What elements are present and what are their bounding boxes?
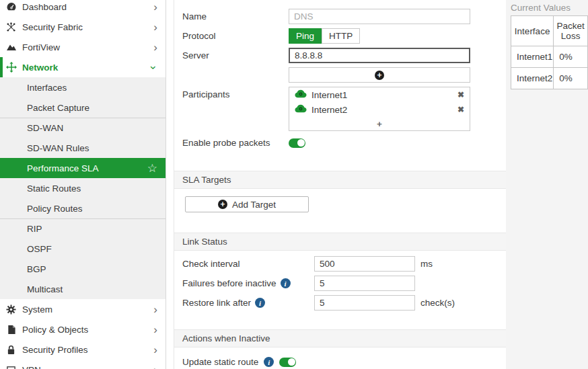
check-interval-row: Check interval ms	[182, 256, 506, 272]
chevron-right-icon: ›	[153, 344, 160, 356]
participants-list: Internet1 ✖ Internet2 ✖ +	[289, 87, 470, 131]
update-static-route-row: Update static route i	[182, 354, 506, 369]
link-status-section-header: Link Status	[174, 233, 506, 251]
favorite-star-icon[interactable]: ☆	[147, 161, 160, 175]
name-row: Name	[182, 9, 506, 24]
chevron-down-icon: ›	[149, 65, 160, 69]
dashboard-icon	[5, 1, 17, 13]
network-icon	[5, 62, 17, 73]
participants-row: Participants Internet1 ✖ Internet2 ✖ +	[182, 87, 506, 131]
sidebar-item-fortiview[interactable]: FortiView ›	[0, 37, 166, 57]
info-icon[interactable]: i	[264, 357, 274, 367]
sidebar-item-label: FortiView	[22, 42, 153, 52]
performance-sla-form: Name Protocol Ping HTTP Server + Partici…	[174, 0, 506, 369]
sidebar-item-performance-sla[interactable]: Performance SLA ☆	[0, 158, 166, 178]
check-interval-label: Check interval	[182, 259, 314, 269]
chevron-right-icon: ›	[153, 304, 160, 315]
server-row: Server	[182, 48, 506, 63]
participants-label: Participants	[182, 87, 289, 99]
sidebar-item-label: Network	[22, 63, 152, 73]
participant-item: Internet1 ✖	[289, 87, 470, 102]
protocol-row: Protocol Ping HTTP	[182, 28, 506, 44]
protocol-label: Protocol	[182, 31, 289, 41]
actions-when-inactive-section-header: Actions when Inactive	[174, 329, 506, 347]
update-static-route-label: Update static route	[182, 357, 258, 367]
enable-probe-toggle[interactable]	[289, 138, 305, 148]
restore-unit: check(s)	[420, 298, 455, 308]
sidebar: Dashboard › Security Fabric › FortiView …	[0, 0, 166, 369]
plus-circle-icon: +	[218, 200, 227, 209]
table-header-row: Interface Packet Loss	[511, 16, 588, 46]
protocol-segmented-control: Ping HTTP	[289, 28, 360, 44]
sidebar-item-policy-routes[interactable]: Policy Routes	[0, 198, 166, 218]
current-values-panel: Current Values Interface Packet Loss Int…	[506, 0, 588, 369]
failures-before-inactive-row: Failures before inactive i	[182, 276, 506, 291]
table-row: Internet1 0%	[511, 46, 588, 68]
failures-input[interactable]	[314, 276, 415, 291]
chevron-right-icon: ›	[153, 364, 160, 369]
update-static-route-toggle[interactable]	[279, 358, 296, 367]
info-icon[interactable]: i	[281, 278, 291, 288]
remove-participant-icon[interactable]: ✖	[457, 90, 464, 99]
chevron-right-icon: ›	[153, 42, 160, 53]
server-label: Server	[182, 50, 289, 60]
chevron-right-icon: ›	[153, 22, 160, 33]
add-server-button[interactable]: +	[289, 67, 470, 83]
lock-icon	[5, 344, 17, 356]
sidebar-item-sd-wan[interactable]: SD-WAN	[0, 118, 166, 138]
sidebar-item-interfaces[interactable]: Interfaces	[0, 77, 166, 97]
sidebar-item-static-routes[interactable]: Static Routes	[0, 178, 166, 198]
sidebar-item-security-fabric[interactable]: Security Fabric ›	[0, 17, 166, 37]
sidebar-item-system[interactable]: System ›	[0, 299, 166, 319]
name-input[interactable]	[289, 9, 470, 24]
protocol-ping-button[interactable]: Ping	[289, 28, 322, 44]
sidebar-item-sd-wan-rules[interactable]: SD-WAN Rules	[0, 138, 166, 158]
restore-link-after-row: Restore link after i check(s)	[182, 295, 506, 311]
gear-icon	[5, 304, 17, 315]
sidebar-item-label: Dashboard	[22, 2, 153, 12]
plus-circle-icon: +	[375, 71, 384, 80]
add-target-button[interactable]: + Add Target	[185, 196, 309, 212]
sidebar-item-multicast[interactable]: Multicast	[0, 279, 166, 299]
server-input[interactable]	[289, 48, 470, 63]
enable-probe-label: Enable probe packets	[182, 138, 289, 148]
info-icon[interactable]: i	[255, 298, 265, 308]
participant-item: Internet2 ✖	[289, 102, 470, 117]
sla-targets-section-header: SLA Targets	[174, 171, 506, 189]
chevron-right-icon: ›	[153, 324, 160, 335]
sidebar-item-label: Security Fabric	[22, 22, 153, 32]
check-interval-unit: ms	[420, 259, 433, 269]
sidebar-item-security-profiles[interactable]: Security Profiles ›	[0, 339, 166, 360]
column-header-packet-loss: Packet Loss	[554, 16, 588, 46]
sidebar-item-network[interactable]: Network ›	[0, 57, 166, 77]
check-interval-input[interactable]	[314, 256, 415, 272]
sidebar-item-policy-objects[interactable]: Policy & Objects ›	[0, 319, 166, 339]
sidebar-item-rip[interactable]: RIP	[0, 218, 166, 239]
protocol-http-button[interactable]: HTTP	[322, 28, 360, 44]
chevron-right-icon: ›	[153, 1, 160, 13]
restore-label: Restore link after	[182, 298, 251, 308]
policy-objects-icon	[5, 324, 17, 335]
restore-input[interactable]	[314, 295, 415, 311]
security-fabric-icon	[5, 22, 17, 33]
fortiview-icon	[5, 42, 17, 53]
sidebar-item-dashboard[interactable]: Dashboard ›	[0, 0, 166, 17]
remove-participant-icon[interactable]: ✖	[457, 105, 464, 114]
add-server-row: +	[182, 67, 506, 83]
current-values-table: Interface Packet Loss Internet1 0% Inter…	[511, 15, 588, 89]
name-label: Name	[182, 11, 289, 22]
sidebar-item-packet-capture[interactable]: Packet Capture	[0, 97, 166, 118]
current-values-title: Current Values	[511, 3, 588, 13]
sidebar-item-ospf[interactable]: OSPF	[0, 239, 166, 259]
table-row: Internet2 0%	[511, 68, 588, 89]
vpn-icon	[5, 364, 17, 369]
column-header-interface: Interface	[511, 16, 554, 46]
wan-cloud-icon	[295, 104, 307, 115]
enable-probe-row: Enable probe packets	[182, 135, 506, 151]
add-participant-button[interactable]: +	[289, 117, 470, 130]
failures-label: Failures before inactive	[182, 278, 277, 288]
wan-cloud-icon	[295, 89, 307, 100]
sidebar-item-bgp[interactable]: BGP	[0, 259, 166, 279]
sidebar-item-vpn[interactable]: VPN ›	[0, 360, 166, 369]
